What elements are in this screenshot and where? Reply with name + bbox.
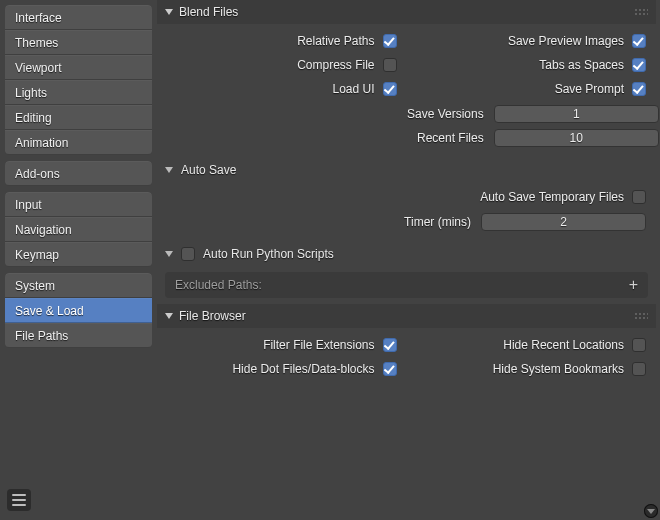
sidebar-item-viewport[interactable]: Viewport — [5, 55, 152, 80]
relative-paths-checkbox[interactable] — [383, 34, 397, 48]
filter-file-extensions-label: Filter File Extensions — [263, 338, 374, 352]
panel-title: Blend Files — [179, 5, 238, 19]
tabs-as-spaces-label: Tabs as Spaces — [539, 58, 624, 72]
disclosure-triangle-icon — [165, 9, 173, 15]
drag-handle-icon[interactable] — [634, 312, 648, 320]
subpanel-title: Auto Run Python Scripts — [203, 247, 334, 261]
save-versions-field[interactable]: 1 — [494, 105, 659, 123]
auto-save-temp-files-checkbox[interactable] — [632, 190, 646, 204]
sidebar-item-interface[interactable]: Interface — [5, 5, 152, 30]
scroll-knob-icon[interactable] — [644, 504, 658, 518]
recent-files-field[interactable]: 10 — [494, 129, 659, 147]
sidebar-item-save-load[interactable]: Save & Load — [5, 298, 152, 323]
excluded-paths-row: Excluded Paths: + — [165, 272, 648, 298]
timer-value-field[interactable]: 2 — [481, 213, 646, 231]
subpanel-auto-save-header[interactable]: Auto Save — [157, 158, 656, 182]
excluded-paths-label: Excluded Paths: — [175, 278, 262, 292]
tabs-as-spaces-checkbox[interactable] — [632, 58, 646, 72]
panel-header-blend-files[interactable]: Blend Files — [157, 0, 656, 24]
compress-file-checkbox[interactable] — [383, 58, 397, 72]
add-icon[interactable]: + — [629, 277, 638, 293]
sidebar-item-keymap[interactable]: Keymap — [5, 242, 152, 267]
save-versions-label: Save Versions — [407, 107, 484, 121]
hide-recent-locations-checkbox[interactable] — [632, 338, 646, 352]
subpanel-auto-run-header[interactable]: Auto Run Python Scripts — [157, 242, 656, 266]
preferences-content: Blend Files Relative PathsCompress FileL… — [157, 0, 660, 520]
panel-title: File Browser — [179, 309, 246, 323]
sidebar-item-system[interactable]: System — [5, 273, 152, 298]
hide-system-bookmarks-checkbox[interactable] — [632, 362, 646, 376]
hide-system-bookmarks-label: Hide System Bookmarks — [493, 362, 624, 376]
subpanel-title: Auto Save — [181, 163, 236, 177]
compress-file-label: Compress File — [297, 58, 374, 72]
save-prompt-label: Save Prompt — [555, 82, 624, 96]
sidebar-item-file-paths[interactable]: File Paths — [5, 323, 152, 348]
hide-recent-locations-label: Hide Recent Locations — [503, 338, 624, 352]
drag-handle-icon[interactable] — [634, 8, 648, 16]
auto-run-python-checkbox[interactable] — [181, 247, 195, 261]
hide-dot-files-data-blocks-checkbox[interactable] — [383, 362, 397, 376]
panel-file-browser: File Browser Filter File ExtensionsHide … — [157, 304, 656, 388]
sidebar-item-input[interactable]: Input — [5, 192, 152, 217]
sidebar-item-add-ons[interactable]: Add-ons — [5, 161, 152, 186]
relative-paths-label: Relative Paths — [297, 34, 374, 48]
preferences-sidebar: InterfaceThemesViewportLightsEditingAnim… — [0, 0, 157, 520]
sidebar-item-animation[interactable]: Animation — [5, 130, 152, 155]
hide-dot-files-data-blocks-label: Hide Dot Files/Data-blocks — [232, 362, 374, 376]
save-prompt-checkbox[interactable] — [632, 82, 646, 96]
sidebar-item-editing[interactable]: Editing — [5, 105, 152, 130]
auto-save-temp-files-label: Auto Save Temporary Files — [480, 190, 624, 204]
load-ui-label: Load UI — [332, 82, 374, 96]
recent-files-label: Recent Files — [417, 131, 484, 145]
disclosure-triangle-icon — [165, 167, 173, 173]
save-preview-images-label: Save Preview Images — [508, 34, 624, 48]
save-preview-images-checkbox[interactable] — [632, 34, 646, 48]
timer-label: Timer (mins) — [404, 215, 471, 229]
panel-header-file-browser[interactable]: File Browser — [157, 304, 656, 328]
sidebar-item-lights[interactable]: Lights — [5, 80, 152, 105]
disclosure-triangle-icon — [165, 251, 173, 257]
sidebar-item-navigation[interactable]: Navigation — [5, 217, 152, 242]
panel-blend-files: Blend Files Relative PathsCompress FileL… — [157, 0, 656, 158]
hamburger-icon[interactable] — [7, 489, 31, 511]
load-ui-checkbox[interactable] — [383, 82, 397, 96]
filter-file-extensions-checkbox[interactable] — [383, 338, 397, 352]
disclosure-triangle-icon — [165, 313, 173, 319]
sidebar-item-themes[interactable]: Themes — [5, 30, 152, 55]
